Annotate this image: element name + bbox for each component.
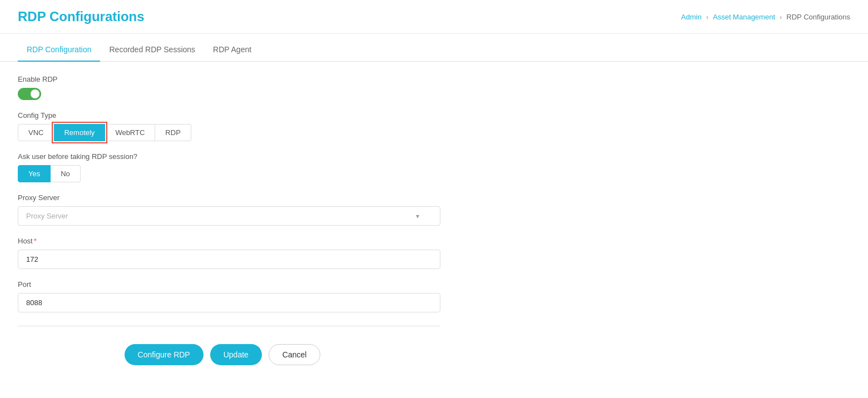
form-divider <box>18 326 440 326</box>
enable-rdp-section: Enable RDP <box>18 75 427 100</box>
config-type-remotely[interactable]: Remotely <box>54 124 105 141</box>
configure-rdp-button[interactable]: Configure RDP <box>125 344 204 365</box>
config-type-label: Config Type <box>18 111 427 120</box>
page-header: RDP Configurations Admin › Asset Managem… <box>0 0 868 34</box>
ask-user-yes[interactable]: Yes <box>18 165 51 182</box>
tab-bar: RDP Configuration Recorded RDP Sessions … <box>0 38 868 62</box>
enable-rdp-label: Enable RDP <box>18 75 427 83</box>
ask-user-group: Yes No <box>18 165 427 182</box>
proxy-server-wrapper: Proxy Server ▾ <box>18 206 427 226</box>
port-label: Port <box>18 280 427 288</box>
form-content: Enable RDP Config Type VNC Remotely WebR… <box>0 62 445 383</box>
page-title: RDP Configurations <box>18 9 145 24</box>
port-input[interactable] <box>18 293 440 312</box>
ask-user-label: Ask user before taking RDP session? <box>18 152 427 161</box>
toggle-slider <box>18 88 41 100</box>
breadcrumb: Admin › Asset Management › RDP Configura… <box>681 13 850 21</box>
breadcrumb-current: RDP Configurations <box>786 13 850 21</box>
breadcrumb-admin[interactable]: Admin <box>681 13 702 21</box>
host-required-marker: * <box>34 237 37 245</box>
cancel-button[interactable]: Cancel <box>269 344 321 365</box>
ask-user-section: Ask user before taking RDP session? Yes … <box>18 152 427 182</box>
breadcrumb-sep-2: › <box>780 13 782 21</box>
config-type-vnc[interactable]: VNC <box>18 124 54 141</box>
host-input[interactable] <box>18 250 440 269</box>
update-button[interactable]: Update <box>210 344 262 365</box>
proxy-server-section: Proxy Server Proxy Server ▾ <box>18 193 427 226</box>
config-type-section: Config Type VNC Remotely WebRTC RDP <box>18 111 427 141</box>
tab-rdp-agent[interactable]: RDP Agent <box>204 38 260 62</box>
breadcrumb-sep-1: › <box>706 13 708 21</box>
port-section: Port <box>18 280 427 312</box>
host-section: Host* <box>18 237 427 269</box>
host-label: Host* <box>18 237 427 245</box>
config-type-rdp[interactable]: RDP <box>155 124 191 141</box>
tab-recorded-rdp-sessions[interactable]: Recorded RDP Sessions <box>100 38 204 62</box>
config-type-group: VNC Remotely WebRTC RDP <box>18 124 427 141</box>
config-type-webrtc[interactable]: WebRTC <box>105 124 155 141</box>
tab-rdp-configuration[interactable]: RDP Configuration <box>18 38 100 62</box>
action-bar: Configure RDP Update Cancel <box>18 340 427 370</box>
ask-user-no[interactable]: No <box>51 165 81 182</box>
breadcrumb-asset-management[interactable]: Asset Management <box>713 13 775 21</box>
enable-rdp-toggle-wrapper <box>18 88 427 100</box>
enable-rdp-toggle[interactable] <box>18 88 41 100</box>
proxy-server-label: Proxy Server <box>18 193 427 202</box>
proxy-server-select[interactable]: Proxy Server <box>18 206 440 226</box>
